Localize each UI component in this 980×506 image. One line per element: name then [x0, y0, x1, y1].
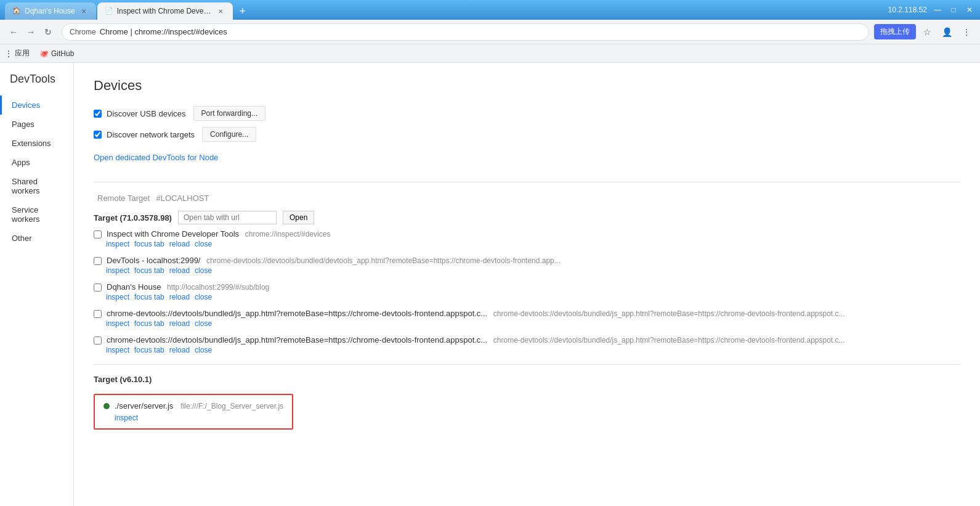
sidebar-label-extensions: Extensions — [12, 139, 51, 148]
minimize-button[interactable]: — — [932, 4, 943, 15]
reload-link-3[interactable]: reload — [169, 293, 190, 301]
close-button[interactable]: ✕ — [964, 4, 975, 15]
discover-network-checkbox[interactable] — [94, 131, 102, 139]
sidebar-label-shared-workers: Shared workers — [12, 177, 40, 195]
maximize-button[interactable]: □ — [948, 4, 959, 15]
close-link-2[interactable]: close — [195, 266, 212, 275]
target-checkbox-2[interactable] — [94, 257, 102, 265]
close-link-5[interactable]: close — [195, 346, 212, 354]
address-input[interactable]: Chrome Chrome | chrome://inspect/#device… — [62, 23, 869, 41]
address-url[interactable]: Chrome | chrome://inspect/#devices — [100, 27, 227, 36]
inspect-link-2[interactable]: inspect — [106, 266, 129, 275]
node-target-row: ./server/server.js file:///F:/_Blog_Serv… — [103, 401, 283, 410]
sidebar-item-service-workers[interactable]: Service workers — [0, 200, 73, 229]
target-title-5: chrome-devtools://devtools/bundled/js_ap… — [107, 335, 487, 345]
title-bar-right: 10.2.118.52 — □ ✕ — [888, 4, 975, 15]
baidu-upload-button[interactable]: 拖拽上传 — [874, 24, 916, 39]
target-version-label-71: Target (71.0.3578.98) — [94, 213, 172, 222]
inspect-link-3[interactable]: inspect — [106, 293, 129, 301]
target-item-row-4: chrome-devtools://devtools/bundled/js_ap… — [94, 309, 960, 318]
address-bar: ← → ↻ Chrome Chrome | chrome://inspect/#… — [0, 20, 980, 44]
sidebar-item-apps[interactable]: Apps — [0, 153, 73, 172]
target-version-6: Target (v6.10.1) — [94, 375, 960, 384]
inspect-link-4[interactable]: inspect — [106, 319, 129, 328]
target-title-2: DevTools - localhost:2999/ — [107, 256, 200, 265]
focus-tab-link-5[interactable]: focus tab — [134, 346, 164, 354]
sidebar-label-apps: Apps — [12, 158, 30, 167]
tab-dqhan-house[interactable]: 🏠 Dqhan's House ✕ — [5, 2, 96, 20]
sidebar-label-devices: Devices — [12, 100, 40, 110]
target-actions-4: inspect focus tab reload close — [94, 319, 960, 328]
menu-button[interactable]: ⋮ — [958, 23, 975, 41]
bookmark-github[interactable]: 🐙 GitHub — [39, 49, 74, 58]
target-info-4: chrome-devtools://devtools/bundled/js_ap… — [107, 309, 960, 318]
sidebar-item-pages[interactable]: Pages — [0, 115, 73, 134]
profile-button[interactable]: 👤 — [938, 23, 955, 41]
bookmark-apps[interactable]: ⋮ 应用 — [5, 48, 30, 59]
remote-target-title: Remote Target — [97, 194, 150, 203]
reload-link-5[interactable]: reload — [169, 346, 190, 354]
configure-button[interactable]: Configure... — [202, 127, 256, 142]
sidebar-label-pages: Pages — [12, 120, 34, 129]
focus-tab-link-1[interactable]: focus tab — [134, 240, 164, 248]
target-checkbox-3[interactable] — [94, 284, 102, 292]
target-checkbox-4[interactable] — [94, 310, 102, 318]
discover-usb-checkbox[interactable] — [94, 110, 102, 118]
new-tab-button[interactable]: + — [234, 2, 251, 20]
target-actions-3: inspect focus tab reload close — [94, 293, 960, 301]
target-version-label-6: Target (v6.10.1) — [94, 375, 152, 384]
target-url-4: chrome-devtools://devtools/bundled/js_ap… — [493, 309, 845, 318]
target-checkbox-1[interactable] — [94, 231, 102, 239]
target-checkbox-5[interactable] — [94, 337, 102, 345]
node-target-box: ./server/server.js file:///F:/_Blog_Serv… — [94, 394, 293, 430]
sidebar-item-extensions[interactable]: Extensions — [0, 134, 73, 153]
target-item-2: DevTools - localhost:2999/ chrome-devtoo… — [94, 256, 960, 275]
apps-label: 应用 — [15, 48, 30, 59]
target-title-3: Dqhan's House — [107, 282, 161, 292]
sidebar-item-shared-workers[interactable]: Shared workers — [0, 172, 73, 200]
open-tab-input[interactable] — [178, 211, 277, 224]
sidebar-item-devices[interactable]: Devices — [0, 96, 73, 115]
reload-link-4[interactable]: reload — [169, 319, 190, 328]
reload-link-1[interactable]: reload — [169, 240, 190, 248]
target-url-5: chrome-devtools://devtools/bundled/js_ap… — [493, 336, 845, 345]
address-right: 拖拽上传 ☆ 👤 ⋮ — [874, 23, 975, 41]
target-item-4: chrome-devtools://devtools/bundled/js_ap… — [94, 309, 960, 328]
open-tab-button[interactable]: Open — [283, 211, 314, 224]
close-link-3[interactable]: close — [195, 293, 212, 301]
node-script-label: ./server/server.js — [115, 401, 173, 410]
star-button[interactable]: ☆ — [918, 23, 936, 41]
back-button[interactable]: ← — [5, 23, 22, 41]
discover-usb-row: Discover USB devices Port forwarding... — [94, 106, 960, 121]
target-item-row-2: DevTools - localhost:2999/ chrome-devtoo… — [94, 256, 960, 265]
focus-tab-link-4[interactable]: focus tab — [134, 319, 164, 328]
section-divider — [94, 182, 960, 182]
tab-close-2[interactable]: ✕ — [216, 6, 225, 16]
sidebar-label-other: Other — [12, 234, 32, 243]
tab-title-1: Dqhan's House — [25, 7, 75, 15]
remote-target-subtitle: #LOCALHOST — [156, 194, 209, 203]
focus-tab-link-2[interactable]: focus tab — [134, 266, 164, 275]
close-link-4[interactable]: close — [195, 319, 212, 328]
target-item-row-3: Dqhan's House http://localhost:2999/#/su… — [94, 282, 960, 292]
github-icon: 🐙 — [39, 49, 49, 58]
sidebar-label-service-workers: Service workers — [12, 205, 40, 224]
target-item-1: Inspect with Chrome Developer Tools chro… — [94, 229, 960, 248]
forward-button[interactable]: → — [22, 23, 39, 41]
target-info-3: Dqhan's House http://localhost:2999/#/su… — [107, 282, 960, 292]
target-url-1: chrome://inspect/#devices — [245, 230, 331, 239]
inspect-link-5[interactable]: inspect — [106, 346, 129, 354]
focus-tab-link-3[interactable]: focus tab — [134, 293, 164, 301]
inspect-link-node[interactable]: inspect — [115, 414, 138, 422]
devtools-node-link[interactable]: Open dedicated DevTools for Node — [94, 153, 218, 162]
tab-inspect[interactable]: 📄 Inspect with Chrome Developer... ✕ — [97, 2, 233, 20]
tab-close-1[interactable]: ✕ — [79, 6, 89, 16]
port-forwarding-button[interactable]: Port forwarding... — [193, 106, 265, 121]
sidebar-item-other[interactable]: Other — [0, 229, 73, 248]
close-link-1[interactable]: close — [195, 240, 212, 248]
inspect-link-1[interactable]: inspect — [106, 240, 129, 248]
green-dot-icon — [103, 403, 110, 409]
reload-link-2[interactable]: reload — [169, 266, 190, 275]
target-url-3: http://localhost:2999/#/sub/blog — [167, 283, 269, 292]
refresh-button[interactable]: ↻ — [39, 23, 57, 41]
